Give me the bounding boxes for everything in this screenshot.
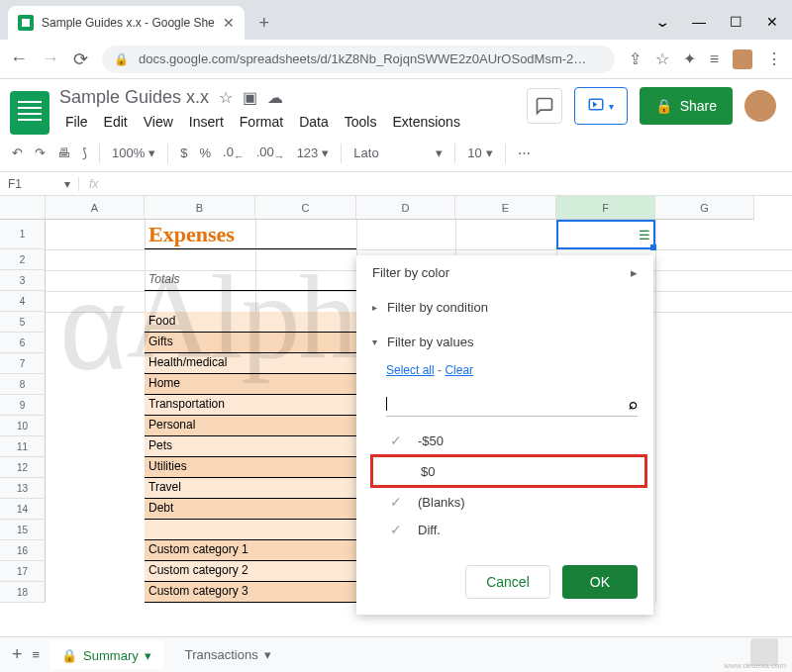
profile-extension-icon[interactable] <box>733 49 752 69</box>
comment-history-button[interactable] <box>527 88 562 124</box>
cell[interactable]: Custom category 2 <box>145 561 255 582</box>
sheet-tab-summary[interactable]: 🔒 Summary ▾ <box>50 640 163 669</box>
row-header[interactable]: 8 <box>0 374 46 395</box>
cell[interactable]: Personal <box>145 416 255 436</box>
col-header-a[interactable]: A <box>46 196 145 220</box>
col-header-f[interactable]: F <box>556 196 655 220</box>
cell[interactable]: Travel <box>145 478 255 499</box>
browser-tab[interactable]: Sample Guides x.x - Google She ✕ <box>8 6 245 40</box>
window-minimize-button[interactable]: — <box>692 14 706 30</box>
row-header[interactable]: 15 <box>0 520 46 540</box>
filter-value-item[interactable]: ✓ (Blanks) <box>386 488 638 516</box>
clear-link[interactable]: Clear <box>445 363 473 377</box>
col-header-g[interactable]: G <box>655 196 754 220</box>
cell[interactable]: Gifts <box>145 333 255 353</box>
filter-by-condition-row[interactable]: ▸ Filter by condition <box>356 290 653 325</box>
cell[interactable]: Utilities <box>145 457 255 478</box>
menu-view[interactable]: View <box>138 112 179 132</box>
cell[interactable]: Custom category 3 <box>145 582 255 603</box>
kebab-menu-icon[interactable]: ⋮ <box>766 49 782 68</box>
filter-value-item[interactable]: ✓ Diff. <box>386 516 638 543</box>
increase-decimal-button[interactable]: .00→ <box>256 144 285 162</box>
tune-icon[interactable]: ≡ <box>710 50 719 68</box>
filter-by-values-row[interactable]: ▾ Filter by values <box>356 325 653 359</box>
zoom-dropdown[interactable]: 100%▾ <box>112 145 155 160</box>
row-header[interactable]: 17 <box>0 561 46 582</box>
address-bar[interactable]: 🔒 docs.google.com/spreadsheets/d/1kZ8Nb_… <box>102 46 615 73</box>
sheet-tab-transactions[interactable]: Transactions ▾ <box>173 641 283 668</box>
menu-extensions[interactable]: Extensions <box>386 112 465 132</box>
row-header[interactable]: 13 <box>0 478 46 499</box>
row-header[interactable]: 2 <box>0 249 46 270</box>
window-close-button[interactable]: ✕ <box>766 14 778 30</box>
filter-value-item[interactable]: ✓ -$50 <box>386 427 638 454</box>
window-maximize-button[interactable]: ☐ <box>730 14 742 30</box>
cell[interactable]: Custom category 1 <box>145 540 255 561</box>
cell[interactable]: Pets <box>145 436 255 457</box>
ok-button[interactable]: OK <box>562 565 638 599</box>
col-header-b[interactable]: B <box>145 196 255 220</box>
document-title[interactable]: Sample Guides x.x <box>59 87 209 108</box>
cell[interactable]: Debt <box>145 499 255 520</box>
col-header-e[interactable]: E <box>455 196 556 220</box>
font-size-dropdown[interactable]: 10▾ <box>467 145 492 160</box>
star-icon[interactable]: ☆ <box>655 49 669 68</box>
redo-button[interactable]: ↷ <box>35 145 46 160</box>
cell[interactable]: Transportation <box>145 395 255 416</box>
reload-button[interactable]: ⟳ <box>73 48 88 70</box>
present-button[interactable]: ▾ <box>574 87 628 125</box>
decrease-decimal-button[interactable]: .0← <box>223 144 245 162</box>
undo-button[interactable]: ↶ <box>12 145 23 160</box>
back-button[interactable]: ← <box>10 48 28 69</box>
all-sheets-button[interactable]: ≡ <box>33 647 41 662</box>
row-header[interactable]: 10 <box>0 416 46 436</box>
add-sheet-button[interactable]: + <box>12 644 23 665</box>
font-dropdown[interactable]: Lato▾ <box>353 145 443 160</box>
star-doc-icon[interactable]: ☆ <box>219 88 233 107</box>
close-tab-icon[interactable]: ✕ <box>223 15 235 31</box>
row-header[interactable]: 14 <box>0 499 46 520</box>
select-all-link[interactable]: Select all <box>386 363 435 377</box>
row-header[interactable]: 16 <box>0 540 46 561</box>
filter-search-input[interactable]: ⌕ <box>386 391 638 417</box>
extensions-icon[interactable]: ✦ <box>683 49 696 68</box>
cell[interactable]: Home <box>145 374 255 395</box>
percent-button[interactable]: % <box>199 145 211 160</box>
row-header[interactable]: 4 <box>0 291 46 312</box>
menu-tools[interactable]: Tools <box>339 112 383 132</box>
print-button[interactable]: 🖶 <box>57 145 70 160</box>
totals-cell[interactable]: Totals <box>145 270 255 291</box>
new-tab-button[interactable]: + <box>250 9 278 37</box>
name-box[interactable]: F1▾ <box>0 177 79 191</box>
cloud-status-icon[interactable]: ☁ <box>267 88 283 107</box>
menu-insert[interactable]: Insert <box>183 112 230 132</box>
filter-by-color-row[interactable]: Filter by color ▸ <box>356 255 653 290</box>
cell[interactable]: Food <box>145 312 255 333</box>
chevron-down-icon[interactable]: ⌄ <box>654 14 671 30</box>
row-header[interactable]: 7 <box>0 353 46 374</box>
menu-data[interactable]: Data <box>293 112 335 132</box>
col-header-d[interactable]: D <box>356 196 455 220</box>
sheets-logo-icon[interactable] <box>10 91 50 135</box>
row-header[interactable]: 9 <box>0 395 46 416</box>
row-header[interactable]: 18 <box>0 582 46 603</box>
row-header[interactable]: 12 <box>0 457 46 478</box>
currency-button[interactable]: $ <box>180 145 187 160</box>
row-header[interactable]: 1 <box>0 220 46 249</box>
cell[interactable] <box>145 520 255 540</box>
share-icon[interactable]: ⇪ <box>629 49 642 68</box>
select-all-corner[interactable] <box>0 196 46 220</box>
user-avatar[interactable] <box>744 90 776 122</box>
cancel-button[interactable]: Cancel <box>465 565 550 599</box>
filter-value-item-highlighted[interactable]: ✓ $0 <box>370 454 647 488</box>
paint-format-button[interactable]: ⟆ <box>82 145 87 160</box>
menu-file[interactable]: File <box>59 112 94 132</box>
row-header[interactable]: 5 <box>0 312 46 333</box>
active-filter-cell[interactable]: ☰ <box>556 220 655 249</box>
cell[interactable]: Health/medical <box>145 353 255 374</box>
menu-format[interactable]: Format <box>234 112 289 132</box>
col-header-c[interactable]: C <box>255 196 356 220</box>
more-toolbar-button[interactable]: ⋯ <box>518 145 531 160</box>
share-button[interactable]: 🔒 Share <box>640 87 733 125</box>
row-header[interactable]: 11 <box>0 436 46 457</box>
